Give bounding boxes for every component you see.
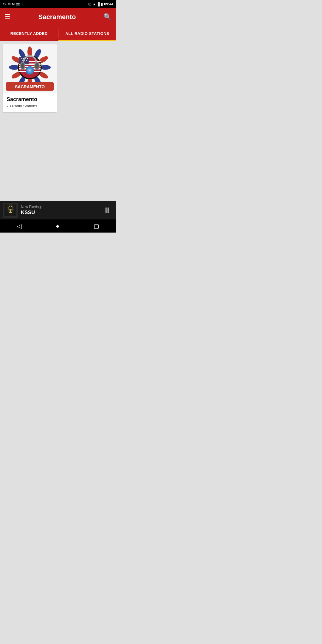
recents-button[interactable]: ▢ — [88, 221, 105, 231]
now-playing-info: Now Playing: KSSU — [21, 205, 98, 216]
svg-point-21 — [21, 58, 22, 59]
status-bar: 🛡 ✉ M 📷 ♪ ⊡ ▲ ▐ ▮ 09:44 — [0, 0, 116, 8]
station-card-image: SACRAMENTO — [3, 44, 57, 93]
shield-icon: 🛡 — [3, 2, 6, 6]
cast-icon: ⊡ — [88, 2, 91, 6]
station-card-name: Sacramento — [7, 96, 53, 103]
svg-text:SACRAMENTO: SACRAMENTO — [15, 84, 45, 89]
svg-point-22 — [23, 58, 24, 59]
tab-recently-added[interactable]: RECENTLY ADDED — [0, 26, 58, 41]
svg-point-29 — [21, 63, 24, 69]
now-playing-label: Now Playing: — [21, 205, 98, 209]
svg-point-35 — [29, 70, 30, 71]
mail-icon: ✉ — [8, 2, 10, 6]
tab-all-radio-stations[interactable]: ALL RADIO STATIONS — [58, 26, 117, 41]
content-area: SACRAMENTO Sacramento 73 Radio Stations — [0, 41, 116, 201]
system-status: ⊡ ▲ ▐ ▮ 09:44 — [88, 2, 113, 6]
time-display: 09:44 — [104, 2, 113, 6]
svg-rect-45 — [8, 211, 13, 211]
page-title: Sacramento — [38, 13, 76, 21]
music-icon: ♪ — [22, 2, 24, 6]
signal-icon: ▐ — [97, 2, 100, 6]
station-card-count: 73 Radio Stations — [7, 104, 53, 108]
app-header: ☰ Sacramento 🔍 — [0, 8, 116, 26]
home-button[interactable]: ● — [50, 221, 65, 231]
station-card-info: Sacramento 73 Radio Stations — [3, 93, 57, 112]
now-playing-bar[interactable]: Now Playing: KSSU ⏸ — [0, 201, 116, 219]
menu-button[interactable]: ☰ — [5, 13, 11, 21]
tab-bar: RECENTLY ADDED ALL RADIO STATIONS — [0, 26, 116, 41]
battery-icon: ▮ — [101, 2, 103, 6]
gmail-icon: M — [12, 2, 15, 6]
status-icons: 🛡 ✉ M 📷 ♪ — [3, 2, 24, 6]
back-button[interactable]: ◁ — [11, 221, 27, 231]
svg-rect-44 — [9, 212, 12, 213]
pause-button[interactable]: ⏸ — [101, 206, 113, 215]
svg-point-25 — [22, 60, 23, 61]
now-playing-thumbnail — [3, 203, 18, 218]
search-button[interactable]: 🔍 — [103, 13, 112, 21]
svg-point-36 — [28, 69, 30, 70]
svg-point-27 — [26, 60, 27, 61]
svg-point-24 — [27, 58, 28, 59]
sacramento-logo-svg: SACRAMENTO — [3, 44, 57, 93]
kssu-thumbnail-svg — [4, 204, 16, 216]
camera-icon: 📷 — [16, 2, 20, 6]
wifi-icon: ▲ — [92, 2, 96, 6]
now-playing-station: KSSU — [21, 210, 98, 216]
station-card-sacramento[interactable]: SACRAMENTO Sacramento 73 Radio Stations — [3, 44, 57, 112]
svg-point-31 — [35, 63, 39, 69]
bottom-navigation: ◁ ● ▢ — [0, 219, 116, 233]
